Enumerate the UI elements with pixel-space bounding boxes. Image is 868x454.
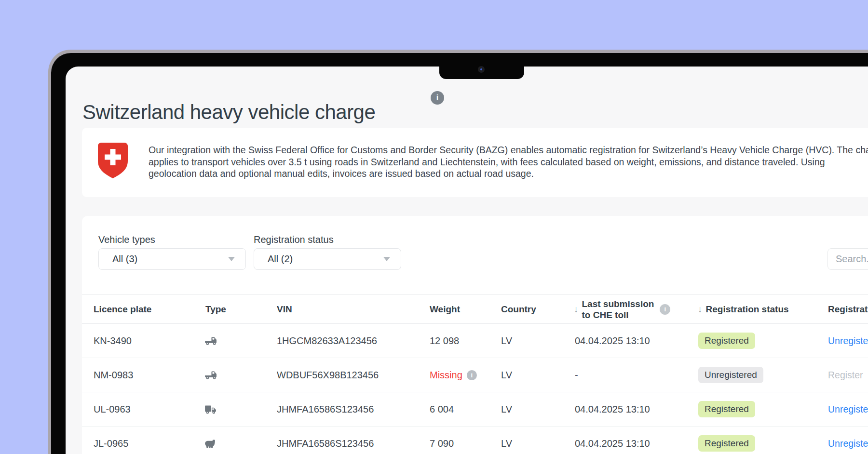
- table-row: KN-3490 1HGCM82633A123456 12 098 LV 04.0…: [82, 324, 868, 358]
- vin-cell: 1HGCM82633A123456: [277, 324, 377, 358]
- search-input[interactable]: [827, 248, 868, 270]
- type-cell: [204, 392, 217, 426]
- semi-truck-icon: [204, 370, 217, 380]
- country-cell: LV: [501, 324, 512, 358]
- laptop-screen: Switzerland heavy vehicle charge i Our i…: [66, 67, 868, 454]
- table-row: JL-0965 JHMFA16586S123456 7 090 LV 04.04…: [82, 427, 868, 454]
- intro-line: geolocation data and optional manual edi…: [149, 168, 868, 180]
- registration-status-cell: Unregistered: [698, 358, 763, 392]
- header-vin: VIN: [277, 295, 292, 323]
- chevron-down-icon: [383, 257, 390, 261]
- registration-action-link[interactable]: Unregister: [828, 392, 868, 426]
- weight-cell: 6 004: [430, 392, 454, 426]
- country-cell: LV: [501, 392, 512, 426]
- header-last-submission-label: Last submission to CHE toll: [582, 298, 654, 320]
- registration-status-cell: Registered: [698, 324, 755, 358]
- vehicle-types-value: All (3): [112, 254, 137, 265]
- vehicle-types-label: Vehicle types: [98, 234, 155, 245]
- info-icon[interactable]: i: [431, 91, 444, 105]
- type-cell: [204, 427, 217, 454]
- status-badge: Registered: [698, 333, 755, 349]
- intro-line: Our integration with the Swiss Federal O…: [149, 144, 868, 156]
- header-registration-status[interactable]: ↓ Registration status: [698, 295, 789, 323]
- sort-descending-icon: ↓: [698, 304, 703, 315]
- registration-action-link[interactable]: Unregister: [828, 427, 868, 454]
- semi-truck-icon: [204, 336, 217, 346]
- licence-plate-cell: NM-0983: [94, 358, 133, 392]
- header-country: Country: [501, 295, 536, 323]
- table-header: Licence plate Type VIN Weight Country ↓ …: [82, 294, 868, 324]
- weight-value: Missing: [430, 370, 462, 381]
- type-cell: [204, 358, 217, 392]
- status-badge: Registered: [698, 435, 755, 452]
- tanker-truck-icon: [204, 439, 217, 449]
- weight-value: 6 004: [430, 404, 454, 415]
- status-badge: Unregistered: [698, 367, 763, 383]
- weight-cell: 12 098: [430, 324, 459, 358]
- table-row: UL-0963 JHMFA16586S123456 6 004 LV 04.04…: [82, 392, 868, 427]
- weight-cell: 7 090: [430, 427, 454, 454]
- vehicles-panel: Vehicle types All (3) Registration statu…: [82, 216, 868, 454]
- chevron-down-icon: [228, 257, 235, 261]
- vin-cell: JHMFA16586S123456: [277, 392, 374, 426]
- intro-description: Our integration with the Swiss Federal O…: [149, 144, 868, 180]
- desktop-background: { "colors": { "background_purple": "#b5c…: [0, 0, 868, 454]
- weight-cell: Missing i: [430, 358, 477, 392]
- licence-plate-cell: KN-3490: [94, 324, 132, 358]
- box-truck-icon: [204, 404, 217, 414]
- licence-plate-cell: JL-0965: [94, 427, 128, 454]
- registration-action-link: Register: [828, 358, 863, 392]
- intro-card: Our integration with the Swiss Federal O…: [82, 128, 868, 197]
- sort-descending-icon: ↓: [574, 304, 579, 315]
- status-badge: Registered: [698, 401, 755, 417]
- registration-action-link[interactable]: Unregister: [828, 324, 868, 358]
- registration-status-cell: Registered: [698, 392, 755, 426]
- swiss-flag-icon: [98, 143, 128, 178]
- page-title: Switzerland heavy vehicle charge: [82, 101, 375, 123]
- registration-status-dropdown[interactable]: All (2): [254, 248, 401, 270]
- licence-plate-cell: UL-0963: [94, 392, 131, 426]
- country-cell: LV: [501, 427, 512, 454]
- last-submission-cell: 04.04.2025 13:10: [575, 392, 650, 426]
- weight-value: 12 098: [430, 335, 459, 347]
- header-registration: Registration: [828, 295, 868, 323]
- header-licence-plate: Licence plate: [94, 295, 151, 323]
- registration-status-label: Registration status: [254, 234, 334, 245]
- camera-icon: [478, 66, 485, 73]
- header-weight: Weight: [430, 295, 460, 323]
- info-icon[interactable]: i: [660, 304, 670, 315]
- intro-line: applies to transport vehicles over 3.5 t…: [149, 156, 868, 168]
- info-icon[interactable]: i: [467, 370, 477, 380]
- last-submission-cell: 04.04.2025 13:10: [575, 324, 650, 358]
- weight-value: 7 090: [430, 438, 454, 449]
- registration-status-cell: Registered: [698, 427, 755, 454]
- header-last-submission[interactable]: ↓ Last submission to CHE toll i: [574, 295, 670, 323]
- last-submission-cell: -: [575, 358, 578, 392]
- table-body: KN-3490 1HGCM82633A123456 12 098 LV 04.0…: [82, 324, 868, 454]
- type-cell: [204, 324, 217, 358]
- header-type: Type: [205, 295, 226, 323]
- vehicle-types-dropdown[interactable]: All (3): [98, 248, 246, 270]
- last-submission-cell: 04.04.2025 13:10: [575, 427, 650, 454]
- table-row: NM-0983 WDBUF56X98B123456 Missing i LV -…: [82, 358, 868, 392]
- vin-cell: JHMFA16586S123456: [277, 427, 374, 454]
- vin-cell: WDBUF56X98B123456: [277, 358, 379, 392]
- country-cell: LV: [501, 358, 512, 392]
- registration-status-value: All (2): [268, 254, 293, 265]
